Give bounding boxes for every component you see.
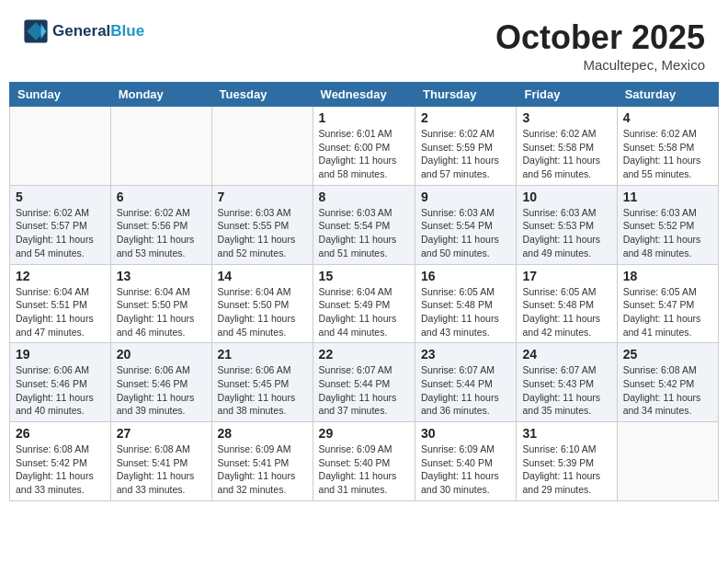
- day-info: Sunrise: 6:08 AM Sunset: 5:42 PM Dayligh…: [623, 363, 712, 418]
- calendar-cell: 19Sunrise: 6:06 AM Sunset: 5:46 PM Dayli…: [10, 343, 111, 422]
- day-number: 14: [218, 269, 307, 283]
- day-info: Sunrise: 6:04 AM Sunset: 5:51 PM Dayligh…: [16, 285, 105, 339]
- day-info: Sunrise: 6:04 AM Sunset: 5:50 PM Dayligh…: [218, 285, 307, 339]
- weekday-friday: Friday: [517, 83, 617, 107]
- day-info: Sunrise: 6:02 AM Sunset: 5:57 PM Dayligh…: [16, 206, 105, 260]
- day-number: 13: [117, 269, 206, 283]
- calendar-cell: 25Sunrise: 6:08 AM Sunset: 5:42 PM Dayli…: [617, 343, 718, 422]
- day-info: Sunrise: 6:03 AM Sunset: 5:53 PM Dayligh…: [522, 206, 610, 260]
- day-info: Sunrise: 6:10 AM Sunset: 5:39 PM Dayligh…: [522, 442, 610, 497]
- day-number: 25: [623, 347, 712, 362]
- day-number: 17: [522, 269, 610, 283]
- day-number: 7: [218, 190, 307, 204]
- weekday-saturday: Saturday: [617, 83, 718, 107]
- calendar-cell: 18Sunrise: 6:05 AM Sunset: 5:47 PM Dayli…: [617, 264, 718, 343]
- day-info: Sunrise: 6:03 AM Sunset: 5:55 PM Dayligh…: [218, 206, 307, 260]
- calendar-cell: 14Sunrise: 6:04 AM Sunset: 5:50 PM Dayli…: [211, 264, 313, 343]
- day-info: Sunrise: 6:06 AM Sunset: 5:45 PM Dayligh…: [218, 363, 307, 418]
- month-title: October 2025: [495, 18, 705, 57]
- calendar-cell: 27Sunrise: 6:08 AM Sunset: 5:41 PM Dayli…: [110, 422, 211, 501]
- day-info: Sunrise: 6:07 AM Sunset: 5:44 PM Dayligh…: [421, 363, 510, 418]
- day-number: 9: [421, 190, 510, 204]
- day-info: Sunrise: 6:02 AM Sunset: 5:58 PM Dayligh…: [623, 127, 712, 181]
- day-info: Sunrise: 6:04 AM Sunset: 5:49 PM Dayligh…: [319, 285, 409, 339]
- day-info: Sunrise: 6:06 AM Sunset: 5:46 PM Dayligh…: [16, 363, 105, 418]
- day-info: Sunrise: 6:08 AM Sunset: 5:42 PM Dayligh…: [16, 442, 105, 497]
- calendar-cell: 31Sunrise: 6:10 AM Sunset: 5:39 PM Dayli…: [517, 422, 617, 501]
- day-number: 23: [421, 347, 510, 362]
- calendar-cell: [617, 422, 718, 501]
- calendar-cell: 8Sunrise: 6:03 AM Sunset: 5:54 PM Daylig…: [313, 185, 415, 264]
- weekday-monday: Monday: [110, 83, 211, 107]
- day-number: 19: [16, 347, 105, 362]
- logo-text: GeneralBlue: [52, 22, 144, 40]
- title-block: October 2025 Macultepec, Mexico: [495, 18, 705, 73]
- day-number: 11: [623, 190, 712, 204]
- day-info: Sunrise: 6:04 AM Sunset: 5:50 PM Dayligh…: [117, 285, 206, 339]
- day-info: Sunrise: 6:03 AM Sunset: 5:54 PM Dayligh…: [319, 206, 409, 260]
- logo: GeneralBlue: [23, 18, 144, 44]
- day-info: Sunrise: 6:09 AM Sunset: 5:40 PM Dayligh…: [319, 442, 409, 497]
- day-number: 8: [319, 190, 409, 204]
- calendar-cell: 24Sunrise: 6:07 AM Sunset: 5:43 PM Dayli…: [517, 343, 617, 422]
- day-info: Sunrise: 6:03 AM Sunset: 5:54 PM Dayligh…: [421, 206, 510, 260]
- calendar-cell: [10, 107, 111, 186]
- calendar-cell: 26Sunrise: 6:08 AM Sunset: 5:42 PM Dayli…: [10, 422, 111, 501]
- day-number: 26: [16, 426, 105, 441]
- week-row-4: 19Sunrise: 6:06 AM Sunset: 5:46 PM Dayli…: [10, 343, 719, 422]
- day-info: Sunrise: 6:05 AM Sunset: 5:48 PM Dayligh…: [522, 285, 610, 339]
- day-number: 10: [522, 190, 610, 204]
- week-row-5: 26Sunrise: 6:08 AM Sunset: 5:42 PM Dayli…: [10, 422, 719, 501]
- calendar-cell: 4Sunrise: 6:02 AM Sunset: 5:58 PM Daylig…: [617, 107, 718, 186]
- day-info: Sunrise: 6:07 AM Sunset: 5:44 PM Dayligh…: [319, 363, 409, 418]
- day-number: 5: [16, 190, 105, 204]
- calendar-cell: 9Sunrise: 6:03 AM Sunset: 5:54 PM Daylig…: [415, 185, 517, 264]
- day-number: 16: [421, 269, 510, 283]
- calendar-cell: 21Sunrise: 6:06 AM Sunset: 5:45 PM Dayli…: [211, 343, 313, 422]
- day-number: 30: [421, 426, 510, 441]
- day-info: Sunrise: 6:02 AM Sunset: 5:59 PM Dayligh…: [421, 127, 510, 181]
- calendar-cell: 16Sunrise: 6:05 AM Sunset: 5:48 PM Dayli…: [415, 264, 517, 343]
- calendar-table: SundayMondayTuesdayWednesdayThursdayFrid…: [9, 82, 719, 501]
- week-row-3: 12Sunrise: 6:04 AM Sunset: 5:51 PM Dayli…: [10, 264, 719, 343]
- day-info: Sunrise: 6:01 AM Sunset: 6:00 PM Dayligh…: [319, 127, 409, 181]
- day-info: Sunrise: 6:05 AM Sunset: 5:48 PM Dayligh…: [421, 285, 510, 339]
- calendar-cell: 6Sunrise: 6:02 AM Sunset: 5:56 PM Daylig…: [110, 185, 211, 264]
- day-info: Sunrise: 6:09 AM Sunset: 5:41 PM Dayligh…: [218, 442, 307, 497]
- weekday-wednesday: Wednesday: [313, 83, 415, 107]
- calendar-cell: 20Sunrise: 6:06 AM Sunset: 5:46 PM Dayli…: [110, 343, 211, 422]
- day-number: 18: [623, 269, 712, 283]
- weekday-thursday: Thursday: [415, 83, 517, 107]
- calendar-cell: 7Sunrise: 6:03 AM Sunset: 5:55 PM Daylig…: [211, 185, 313, 264]
- day-number: 12: [16, 269, 105, 283]
- calendar-cell: 12Sunrise: 6:04 AM Sunset: 5:51 PM Dayli…: [10, 264, 111, 343]
- logo-icon: [23, 18, 49, 44]
- day-number: 3: [522, 110, 610, 125]
- day-number: 22: [319, 347, 409, 362]
- day-number: 20: [117, 347, 206, 362]
- calendar-cell: 2Sunrise: 6:02 AM Sunset: 5:59 PM Daylig…: [415, 107, 517, 186]
- weekday-header-row: SundayMondayTuesdayWednesdayThursdayFrid…: [10, 83, 719, 107]
- day-info: Sunrise: 6:08 AM Sunset: 5:41 PM Dayligh…: [117, 442, 206, 497]
- calendar-cell: 29Sunrise: 6:09 AM Sunset: 5:40 PM Dayli…: [313, 422, 415, 501]
- weekday-tuesday: Tuesday: [211, 83, 313, 107]
- day-number: 1: [319, 110, 409, 125]
- week-row-1: 1Sunrise: 6:01 AM Sunset: 6:00 PM Daylig…: [10, 107, 719, 186]
- day-number: 28: [218, 426, 307, 441]
- day-info: Sunrise: 6:05 AM Sunset: 5:47 PM Dayligh…: [623, 285, 712, 339]
- day-info: Sunrise: 6:07 AM Sunset: 5:43 PM Dayligh…: [522, 363, 610, 418]
- calendar-cell: 1Sunrise: 6:01 AM Sunset: 6:00 PM Daylig…: [313, 107, 415, 186]
- day-info: Sunrise: 6:02 AM Sunset: 5:56 PM Dayligh…: [117, 206, 206, 260]
- day-number: 2: [421, 110, 510, 125]
- calendar-cell: 10Sunrise: 6:03 AM Sunset: 5:53 PM Dayli…: [517, 185, 617, 264]
- calendar-cell: 13Sunrise: 6:04 AM Sunset: 5:50 PM Dayli…: [110, 264, 211, 343]
- day-info: Sunrise: 6:06 AM Sunset: 5:46 PM Dayligh…: [117, 363, 206, 418]
- weekday-sunday: Sunday: [10, 83, 111, 107]
- calendar-cell: 22Sunrise: 6:07 AM Sunset: 5:44 PM Dayli…: [313, 343, 415, 422]
- calendar-cell: 17Sunrise: 6:05 AM Sunset: 5:48 PM Dayli…: [517, 264, 617, 343]
- calendar-cell: 23Sunrise: 6:07 AM Sunset: 5:44 PM Dayli…: [415, 343, 517, 422]
- calendar-body: 1Sunrise: 6:01 AM Sunset: 6:00 PM Daylig…: [10, 107, 719, 501]
- location: Macultepec, Mexico: [495, 57, 705, 73]
- page-header: GeneralBlue October 2025 Macultepec, Mex…: [9, 9, 719, 77]
- day-number: 6: [117, 190, 206, 204]
